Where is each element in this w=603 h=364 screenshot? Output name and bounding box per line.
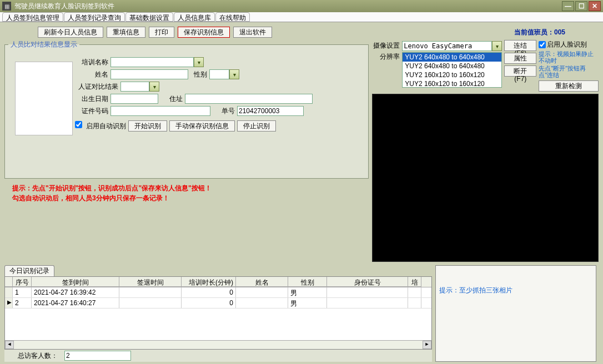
video-preview (372, 94, 599, 262)
total-label: 总访客人数： (18, 351, 58, 361)
camera-device-dropdown-icon[interactable] (492, 41, 502, 51)
app-icon: ▦ (2, 2, 11, 11)
menu-base-data[interactable]: 基础数据设置 (125, 12, 173, 22)
billno-input[interactable] (237, 106, 304, 116)
name-input[interactable] (110, 69, 188, 79)
camera-device-label: 摄像设置 (372, 41, 400, 50)
idno-label: 证件号码 (75, 107, 108, 116)
menu-person-db[interactable]: 人员信息库 (174, 12, 215, 22)
photo-box (15, 62, 73, 135)
redetect-button[interactable]: 重新检测 (539, 80, 599, 92)
refresh-button[interactable]: 刷新今日人员信息 (38, 27, 103, 38)
camera-hint2: 先点"断开"按钮再点"连结 (539, 65, 599, 78)
addr-label: 住址 (160, 94, 183, 104)
col-extra[interactable]: 培 (408, 277, 421, 287)
training-input[interactable] (110, 57, 194, 67)
face-compare-label: 人证对比结果 (75, 82, 118, 92)
result-legend: 人员比对结果信息显示 (8, 40, 79, 49)
window-title: 驾驶员继续教育人脸识别签到软件 (14, 2, 562, 11)
title-bar: ▦ 驾驶员继续教育人脸识别签到软件 — ☐ ✕ (0, 0, 603, 12)
billno-label: 单号 (213, 107, 235, 116)
total-input[interactable] (64, 351, 131, 361)
menu-checkin-mgmt[interactable]: 人员签到信息管理 (2, 12, 63, 22)
result-groupbox: 人员比对结果信息显示 培训名称 姓名 性别 (4, 40, 369, 179)
maximize-button[interactable]: ☐ (575, 1, 587, 11)
addr-input[interactable] (185, 94, 313, 104)
auto-ident-checkbox[interactable]: 启用自动识别 (75, 121, 126, 131)
menu-help[interactable]: 在线帮助 (215, 12, 250, 22)
birth-input[interactable] (110, 94, 158, 104)
resolution-item[interactable]: YUY2 160x120 to 160x120 (403, 70, 501, 79)
scroll-right-icon[interactable]: ► (423, 341, 431, 349)
face-compare-dropdown-icon[interactable] (149, 82, 159, 92)
menu-checkin-query[interactable]: 人员签到记录查询 (64, 12, 125, 22)
records-tab[interactable]: 今日识别记录 (4, 265, 54, 276)
disconnect-button[interactable]: 断开 (F7) (504, 65, 536, 77)
table-row[interactable]: ▶22021-04-27 16:40:270男 (5, 298, 431, 309)
col-checkout[interactable]: 签退时间 (119, 277, 182, 287)
training-label: 培训名称 (75, 58, 108, 67)
save-ident-button[interactable]: 保存识别信息 (178, 27, 230, 38)
sex-label: 性别 (190, 70, 207, 79)
properties-button[interactable]: 属性 (504, 53, 536, 64)
face-compare-input[interactable] (120, 82, 149, 92)
sex-dropdown-icon[interactable] (229, 69, 239, 79)
col-name[interactable]: 姓名 (236, 277, 288, 287)
col-duration[interactable]: 培训时长(分钟) (182, 277, 236, 287)
col-idno[interactable]: 身份证号 (327, 277, 408, 287)
manual-save-button[interactable]: 手动保存识别信息 (169, 120, 235, 132)
col-checkin[interactable]: 签到时间 (32, 277, 119, 287)
camera-hint1: 提示：视频如果静止不动时 (539, 50, 599, 64)
col-no[interactable]: 序号 (13, 277, 32, 287)
menu-bar: 人员签到信息管理 人员签到记录查询 基础数据设置 人员信息库 在线帮助 (0, 12, 603, 22)
capture-hint: 提示：至少抓拍三张相片 (439, 286, 592, 295)
enable-face-checkbox[interactable]: 启用人脸识别 (539, 40, 599, 49)
table-row[interactable]: 12021-04-27 16:39:420男 (5, 287, 431, 298)
refill-button[interactable]: 重填信息 (107, 27, 145, 38)
col-sex[interactable]: 性别 (288, 277, 327, 287)
scroll-left-icon[interactable]: ◄ (5, 341, 14, 349)
exit-button[interactable]: 退出软件 (233, 27, 272, 38)
hint-text: 提示：先点"开始识别"按钮，识别成功后点"保存来访人信息"按钮！ 勾选自动识动后… (12, 183, 369, 203)
start-ident-button[interactable]: 开始识别 (128, 120, 167, 132)
print-button[interactable]: 打印 (149, 27, 174, 38)
sex-input[interactable] (209, 69, 229, 79)
minimize-button[interactable]: — (562, 1, 574, 11)
resolution-item[interactable]: YUY2 640x480 to 640x480 (403, 53, 501, 62)
resolution-listbox[interactable]: YUY2 640x480 to 640x480 YUY2 640x480 to … (402, 52, 502, 88)
stop-ident-button[interactable]: 停止识别 (237, 120, 276, 132)
close-button[interactable]: ✕ (589, 1, 601, 11)
connect-button[interactable]: 连结 (F6) (504, 40, 536, 51)
records-grid: 序号 签到时间 签退时间 培训时长(分钟) 姓名 性别 身份证号 培 12021… (4, 276, 432, 350)
birth-label: 出生日期 (75, 94, 108, 104)
capture-panel: 提示：至少抓拍三张相片 (435, 265, 596, 362)
resolution-label: 分辨率 (372, 52, 400, 62)
name-label: 姓名 (75, 70, 108, 79)
resolution-item[interactable]: YUY2 640x480 to 640x480 (403, 62, 501, 70)
resolution-item[interactable]: YUY2 160x120 to 160x120 (403, 79, 501, 88)
training-dropdown-icon[interactable] (194, 57, 204, 67)
idno-input[interactable] (110, 106, 210, 116)
camera-device-input[interactable] (402, 41, 492, 51)
toolbar: 刷新今日人员信息 重填信息 打印 保存识别信息 退出软件 当前值班员：005 (4, 24, 599, 40)
grid-scrollbar[interactable]: ◄ ► (5, 340, 431, 349)
duty-status: 当前值班员：005 (514, 28, 565, 37)
